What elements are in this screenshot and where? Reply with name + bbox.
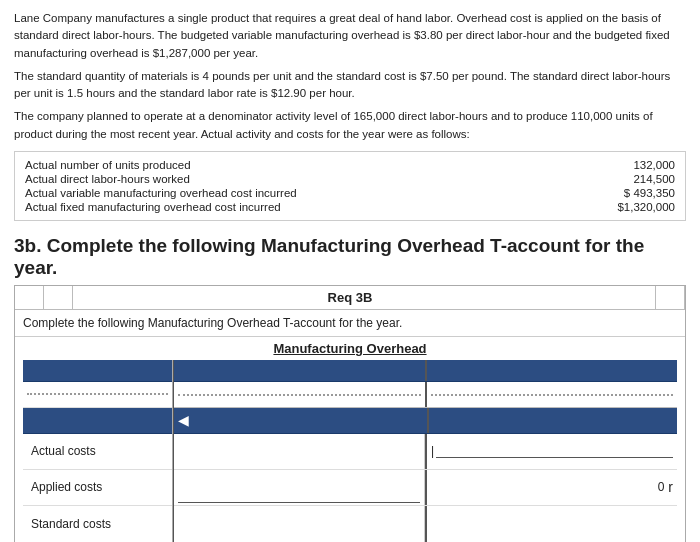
ll-arrow-spacer [23, 408, 172, 434]
main-container: Lane Company manufactures a single produ… [0, 0, 700, 542]
ll-wavy-spacer [23, 382, 172, 408]
t-left-field-3[interactable] [178, 508, 420, 540]
fact-row-2: Actual variable manufacturing overhead c… [25, 186, 675, 200]
t-right-field-1[interactable] [436, 445, 673, 458]
t-left-input-2[interactable] [174, 470, 425, 505]
t-right-input-3[interactable] [427, 506, 677, 542]
t-data-row-3 [174, 506, 677, 542]
fact-label-1: Actual direct labor-hours worked [25, 173, 555, 185]
fact-row-1: Actual direct labor-hours worked 214,500 [25, 172, 675, 186]
ll-row-standard: Standard costs [23, 506, 172, 542]
intro-text: Lane Company manufactures a single produ… [14, 10, 686, 143]
t-arrow-right [429, 408, 678, 433]
t-left-field-2[interactable] [178, 472, 420, 503]
t-arrow-row: ◀ [174, 408, 677, 434]
t-wavy-row [174, 382, 677, 408]
fact-label-0: Actual number of units produced [25, 159, 555, 171]
facts-table: Actual number of units produced 132,000 … [14, 151, 686, 221]
fact-value-1: 214,500 [555, 173, 675, 185]
ll-row-applied: Applied costs [23, 470, 172, 506]
mfg-overhead-wrapper: Manufacturing Overhead Actual costs [15, 337, 685, 542]
ll-row-actual: Actual costs [23, 434, 172, 470]
ll-dark-spacer [23, 360, 172, 382]
t-header-right [427, 360, 678, 381]
fact-label-3: Actual fixed manufacturing overhead cost… [25, 201, 555, 213]
t-left-input-1[interactable] [174, 434, 425, 469]
pipe-icon: r [668, 479, 673, 495]
tab-empty-1[interactable] [15, 286, 44, 309]
t-header-row [174, 360, 677, 382]
full-section: Req 3B Complete the following Manufactur… [14, 285, 686, 542]
fact-row-0: Actual number of units produced 132,000 [25, 158, 675, 172]
left-labels-col: Actual costs Applied costs Standard cost… [23, 360, 173, 542]
t-account-main: ◀ | [173, 360, 677, 542]
t-data-row-1: | [174, 434, 677, 470]
fact-label-2: Actual variable manufacturing overhead c… [25, 187, 555, 199]
complete-label: Complete the following Manufacturing Ove… [15, 310, 685, 337]
t-right-input-1[interactable]: | [427, 434, 677, 469]
t-account-layout: Actual costs Applied costs Standard cost… [23, 360, 677, 542]
tab-empty-4[interactable] [656, 286, 685, 309]
fact-value-3: $1,320,000 [555, 201, 675, 213]
section-title: 3b. Complete the following Manufacturing… [14, 235, 686, 279]
intro-para3: The company planned to operate at a deno… [14, 108, 686, 143]
t-header-left [174, 360, 425, 381]
fact-value-2: $ 493,350 [555, 187, 675, 199]
tab-empty-3[interactable] [627, 286, 656, 309]
tab-req3b[interactable]: Req 3B [73, 286, 627, 309]
fact-value-0: 132,000 [555, 159, 675, 171]
tab-empty-2[interactable] [44, 286, 73, 309]
fact-row-3: Actual fixed manufacturing overhead cost… [25, 200, 675, 214]
left-arrow-icon: ◀ [178, 412, 189, 428]
zero-value: 0 [658, 480, 665, 494]
t-left-field-1[interactable] [178, 436, 420, 467]
intro-para1: Lane Company manufactures a single produ… [14, 10, 686, 62]
tab-row: Req 3B [15, 286, 685, 310]
mfg-title: Manufacturing Overhead [23, 341, 677, 356]
t-data-row-2: 0 r [174, 470, 677, 506]
t-right-zero-2: 0 r [427, 470, 677, 505]
t-left-input-3[interactable] [174, 506, 425, 542]
intro-para2: The standard quantity of materials is 4 … [14, 68, 686, 103]
t-right-field-3[interactable] [431, 508, 673, 540]
